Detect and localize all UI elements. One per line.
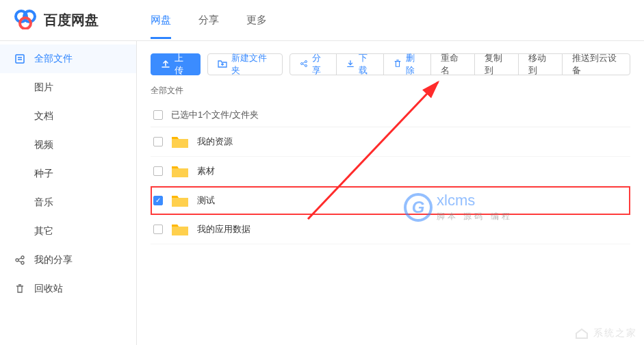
sidebar: 全部文件 图片 文档 视频 种子 音乐 其它 我的分享 回收站 bbox=[0, 41, 137, 345]
tab-share[interactable]: 分享 bbox=[198, 1, 219, 39]
file-name: 素材 bbox=[197, 165, 215, 177]
tab-netdisk[interactable]: 网盘 bbox=[151, 1, 171, 39]
file-row[interactable]: 素材 bbox=[151, 157, 630, 186]
rename-button[interactable]: 重命名 bbox=[430, 53, 475, 75]
new-folder-icon bbox=[218, 59, 227, 71]
button-label: 移动到 bbox=[528, 52, 552, 77]
svg-point-8 bbox=[21, 261, 24, 264]
copy-to-button[interactable]: 复制到 bbox=[474, 53, 519, 75]
svg-point-12 bbox=[305, 60, 307, 62]
sidebar-item-my-share[interactable]: 我的分享 bbox=[0, 246, 136, 274]
file-name: 测试 bbox=[197, 194, 215, 207]
sidebar-item-label: 回收站 bbox=[34, 283, 63, 295]
button-label: 复制到 bbox=[485, 52, 508, 77]
folder-icon bbox=[171, 164, 189, 179]
sidebar-item-images[interactable]: 图片 bbox=[0, 73, 136, 102]
upload-button[interactable]: 上传 bbox=[151, 53, 201, 75]
folder-icon bbox=[171, 222, 189, 237]
sidebar-item-torrents[interactable]: 种子 bbox=[0, 159, 136, 188]
share-icon bbox=[14, 254, 26, 266]
svg-rect-3 bbox=[16, 55, 24, 63]
toolbar-action-group: 分享 下载 删除 重命名 复制到 移动到 推送到云设备 bbox=[289, 53, 630, 75]
button-label: 重命名 bbox=[441, 52, 465, 77]
sidebar-item-label: 种子 bbox=[34, 168, 53, 180]
header: 百度网盘 网盘 分享 更多 bbox=[0, 0, 644, 41]
svg-line-15 bbox=[302, 64, 305, 65]
new-folder-button[interactable]: 新建文件夹 bbox=[207, 53, 283, 75]
file-checkbox[interactable] bbox=[153, 196, 163, 205]
file-checkbox[interactable] bbox=[153, 137, 163, 146]
svg-point-11 bbox=[300, 62, 302, 64]
button-label: 删除 bbox=[406, 52, 421, 77]
svg-point-13 bbox=[305, 64, 307, 66]
share-button[interactable]: 分享 bbox=[289, 53, 337, 75]
sidebar-item-videos[interactable]: 视频 bbox=[0, 131, 136, 159]
file-row[interactable]: 我的资源 bbox=[151, 127, 630, 157]
top-tabs: 网盘 分享 更多 bbox=[151, 1, 267, 39]
download-button[interactable]: 下载 bbox=[336, 53, 384, 75]
move-to-button[interactable]: 移动到 bbox=[518, 53, 563, 75]
file-checkbox[interactable] bbox=[153, 166, 163, 176]
delete-icon bbox=[394, 60, 402, 70]
svg-point-6 bbox=[16, 259, 18, 261]
svg-line-14 bbox=[302, 62, 305, 63]
sidebar-item-label: 其它 bbox=[34, 225, 53, 238]
sidebar-item-label: 全部文件 bbox=[34, 53, 73, 65]
file-row[interactable]: 我的应用数据 bbox=[151, 215, 630, 244]
sidebar-item-label: 音乐 bbox=[34, 196, 53, 209]
push-button[interactable]: 推送到云设备 bbox=[562, 53, 630, 75]
sidebar-item-docs[interactable]: 文档 bbox=[0, 102, 136, 131]
files-icon bbox=[14, 53, 26, 65]
svg-line-10 bbox=[18, 261, 21, 262]
baidu-logo-icon bbox=[14, 9, 37, 31]
upload-icon bbox=[161, 59, 170, 71]
select-status-row: 已选中1个文件/文件夹 bbox=[151, 103, 630, 127]
sidebar-item-other[interactable]: 其它 bbox=[0, 217, 136, 246]
app-title: 百度网盘 bbox=[44, 11, 99, 29]
share-icon bbox=[300, 60, 308, 70]
svg-line-9 bbox=[18, 258, 21, 259]
sidebar-item-label: 文档 bbox=[34, 110, 53, 123]
sidebar-item-trash[interactable]: 回收站 bbox=[0, 274, 136, 303]
svg-point-7 bbox=[21, 256, 24, 259]
sidebar-item-music[interactable]: 音乐 bbox=[0, 188, 136, 217]
download-icon bbox=[346, 60, 355, 70]
folder-icon bbox=[171, 134, 189, 149]
file-name: 我的应用数据 bbox=[197, 223, 250, 235]
folder-icon bbox=[171, 193, 189, 208]
logo-area: 百度网盘 bbox=[14, 9, 137, 31]
file-row[interactable]: 测试 bbox=[151, 186, 630, 215]
file-name: 我的资源 bbox=[197, 136, 233, 148]
main-area: 上传 新建文件夹 分享 下载 删除 重命名 bbox=[137, 41, 644, 345]
trash-icon bbox=[14, 283, 26, 295]
file-checkbox[interactable] bbox=[153, 225, 163, 234]
button-label: 上传 bbox=[175, 52, 190, 77]
delete-button[interactable]: 删除 bbox=[383, 53, 431, 75]
sidebar-item-label: 视频 bbox=[34, 139, 53, 151]
tab-more[interactable]: 更多 bbox=[246, 1, 267, 39]
button-label: 分享 bbox=[312, 52, 327, 77]
button-label: 下载 bbox=[359, 52, 374, 77]
sidebar-item-label: 图片 bbox=[34, 81, 53, 94]
button-label: 推送到云设备 bbox=[572, 52, 620, 77]
button-label: 新建文件夹 bbox=[231, 52, 272, 77]
select-all-checkbox[interactable] bbox=[153, 110, 163, 120]
sidebar-item-all-files[interactable]: 全部文件 bbox=[0, 44, 136, 73]
sidebar-item-label: 我的分享 bbox=[34, 254, 73, 266]
toolbar: 上传 新建文件夹 分享 下载 删除 重命名 bbox=[151, 53, 630, 75]
breadcrumb[interactable]: 全部文件 bbox=[151, 85, 630, 97]
selection-text: 已选中1个文件/文件夹 bbox=[171, 109, 259, 121]
body: 全部文件 图片 文档 视频 种子 音乐 其它 我的分享 回收站 上传 bbox=[0, 41, 644, 345]
file-list: 我的资源素材测试我的应用数据 bbox=[151, 127, 630, 244]
